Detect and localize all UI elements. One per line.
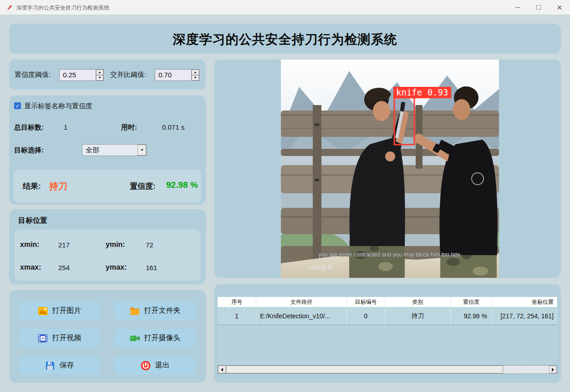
table-empty-area — [218, 325, 557, 364]
app-window: 深度学习的公共安全持刀行为检测系统 ✕ 深度学习的公共安全持刀行为检测系统 置信… — [0, 0, 570, 392]
time-used-value: 0.071 s — [162, 123, 184, 131]
cell-class[interactable]: 持刀 — [385, 307, 451, 325]
power-icon — [140, 360, 151, 371]
open-camera-label: 打开摄像头 — [144, 333, 181, 343]
open-camera-button[interactable]: 打开摄像头 — [114, 329, 196, 347]
video-subtitle: you are more contracted and you may bloc… — [318, 251, 460, 258]
col-header-filepath: 文件路径 — [256, 297, 347, 307]
iou-threshold-spinbox[interactable]: 0.70 — [155, 69, 199, 81]
ymax-value: 161 — [146, 264, 157, 271]
header-panel: 深度学习的公共安全持刀行为检测系统 — [9, 24, 561, 54]
table-row[interactable]: 1 E:/KnifeDetection_v10/... 0 持刀 92.98 %… — [218, 307, 557, 325]
cell-index[interactable]: 1 — [218, 307, 256, 325]
xmin-label: xmin: — [20, 241, 40, 249]
chevron-down-icon — [141, 149, 143, 151]
total-targets-label: 总目标数: — [14, 123, 44, 132]
iou-threshold-value[interactable]: 0.70 — [155, 70, 191, 80]
cell-coords[interactable]: [217, 72, 254, 161] — [492, 307, 557, 325]
actions-panel: 打开图片 打开文件夹 打开视频 打 — [9, 290, 206, 383]
col-header-confidence: 置信度 — [451, 297, 492, 307]
iou-threshold-label: 交并比阈值: — [110, 70, 146, 79]
result-label: 结果: — [23, 181, 41, 191]
show-labels-label: 显示标签名称与置信度 — [24, 102, 92, 111]
results-table-panel: 序号 文件路径 目标编号 类别 置信度 坐标位置 1 E:/KnifeDetec… — [214, 284, 561, 383]
confidence-threshold-label: 置信度阈值: — [15, 70, 51, 79]
show-labels-checkbox[interactable]: ✓ — [14, 102, 21, 109]
detection-image: knife 0.93 you are more contracted and y… — [281, 60, 499, 278]
open-folder-label: 打开文件夹 — [144, 306, 181, 316]
table-header-row: 序号 文件路径 目标编号 类别 置信度 坐标位置 — [218, 297, 557, 307]
window-title: 深度学习的公共安全持刀行为检测系统 — [16, 4, 109, 12]
scroll-left-button[interactable] — [218, 366, 226, 373]
exit-label: 退出 — [155, 361, 170, 370]
maximize-button[interactable] — [528, 0, 549, 15]
app-icon — [6, 4, 13, 11]
iou-spin-up-button[interactable] — [192, 70, 199, 75]
result-box: 结果: 持刀 置信度: 92.98 % — [14, 170, 201, 202]
ymax-label: ymax: — [106, 263, 127, 271]
page-title: 深度学习的公共安全持刀行为检测系统 — [9, 31, 561, 48]
image-viewer-panel: knife 0.93 you are more contracted and y… — [214, 60, 561, 278]
open-folder-button[interactable]: 打开文件夹 — [114, 302, 196, 320]
arrow-right-icon — [552, 368, 554, 372]
cell-confidence[interactable]: 92.98 % — [451, 307, 492, 325]
cell-filepath[interactable]: E:/KnifeDetection_v10/... — [256, 307, 347, 325]
image-icon — [37, 306, 48, 317]
xmax-value: 254 — [58, 264, 70, 271]
result-value: 持刀 — [49, 180, 67, 192]
spin-down-icon — [194, 77, 197, 79]
title-bar: 深度学习的公共安全持刀行为检测系统 ✕ — [0, 0, 570, 15]
ymin-label: ymin: — [106, 241, 125, 249]
result-confidence-label: 置信度: — [130, 181, 156, 191]
save-label: 保存 — [60, 361, 74, 370]
iou-spin-down-button[interactable] — [192, 75, 199, 80]
results-table: 序号 文件路径 目标编号 类别 置信度 坐标位置 1 E:/KnifeDetec… — [218, 297, 557, 325]
target-select-value[interactable]: 全部 — [82, 145, 137, 156]
cell-target-id[interactable]: 0 — [347, 307, 385, 325]
threshold-panel: 置信度阈值: 0.25 交并比阈值: 0.70 — [9, 60, 206, 90]
open-video-button[interactable]: 打开视频 — [18, 329, 100, 347]
exit-button[interactable]: 退出 — [114, 356, 196, 375]
folder-icon — [129, 306, 140, 317]
spin-up-icon — [194, 71, 197, 73]
col-header-class: 类别 — [385, 297, 451, 307]
minimize-button[interactable] — [507, 0, 528, 15]
close-button[interactable]: ✕ — [549, 0, 570, 15]
open-image-label: 打开图片 — [52, 306, 81, 316]
detection-label: knife 0.93 — [396, 87, 448, 97]
video-watermark: ning.it — [309, 263, 332, 271]
target-select-dropdown[interactable]: 全部 — [82, 144, 147, 156]
scrollbar-thumb[interactable] — [226, 366, 503, 373]
result-confidence-value: 92.98 % — [166, 180, 198, 190]
scroll-right-button[interactable] — [549, 366, 557, 373]
col-header-index: 序号 — [218, 297, 256, 307]
camera-icon — [129, 333, 140, 344]
confidence-spin-down-button[interactable] — [96, 75, 103, 80]
confidence-spin-up-button[interactable] — [96, 70, 103, 75]
detect-info-panel: ✓ 显示标签名称与置信度 总目标数: 1 用时: 0.071 s 目标选择: 全… — [9, 95, 206, 205]
arrow-left-icon — [221, 368, 223, 372]
target-position-box: xmin: 217 ymin: 72 xmax: 254 ymax: 161 — [15, 230, 200, 281]
minimize-icon — [515, 7, 520, 8]
save-button[interactable]: 保存 — [18, 356, 100, 375]
target-position-title: 目标位置 — [18, 216, 47, 226]
confidence-threshold-value[interactable]: 0.25 — [60, 70, 96, 80]
target-select-label: 目标选择: — [14, 146, 44, 155]
horizontal-scrollbar[interactable] — [218, 365, 557, 374]
open-image-button[interactable]: 打开图片 — [18, 302, 100, 320]
spin-down-icon — [98, 77, 101, 79]
dropdown-arrow-button[interactable] — [137, 145, 146, 156]
xmax-label: xmax: — [20, 263, 41, 271]
time-used-label: 用时: — [121, 123, 137, 132]
open-video-label: 打开视频 — [52, 333, 81, 343]
total-targets-value: 1 — [64, 123, 67, 131]
ymin-value: 72 — [146, 241, 153, 249]
close-icon: ✕ — [557, 4, 563, 11]
col-header-coords: 坐标位置 — [492, 297, 557, 307]
spin-up-icon — [98, 71, 101, 73]
col-header-target-id: 目标编号 — [347, 297, 385, 307]
target-position-panel: 目标位置 xmin: 217 ymin: 72 xmax: 254 ymax: … — [9, 209, 206, 284]
video-icon — [37, 333, 48, 344]
xmin-value: 217 — [58, 241, 70, 249]
confidence-threshold-spinbox[interactable]: 0.25 — [59, 69, 104, 81]
